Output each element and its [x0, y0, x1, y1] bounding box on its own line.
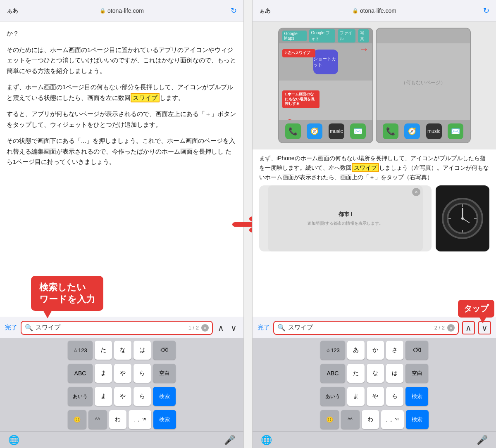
key-abc-left[interactable]: ABC [68, 364, 93, 383]
key-ma[interactable]: ま [95, 364, 112, 383]
search-query-left[interactable]: スワイプ [36, 324, 186, 332]
key-ka-right[interactable]: か [367, 341, 384, 360]
content-area-left: か？ そのためには、ホーム画面の1ページ目に置かれているアプリのアイコンやウィジ… [0, 21, 243, 317]
key-delete-left[interactable]: ⌫ [153, 341, 176, 360]
keyboard-row1: ☆123 た な は ⌫ [1, 341, 242, 360]
mic-icon-left[interactable]: 🎤 [224, 435, 235, 446]
key-na[interactable]: な [114, 341, 131, 360]
right-phone-panel: ぁあ 🔒 otona-life.com ↻ Google Maps Google… [252, 0, 496, 448]
key-ta-right[interactable]: た [347, 364, 365, 383]
key-ha[interactable]: は [134, 341, 151, 360]
key-wa[interactable]: わ [109, 410, 126, 429]
key-ha-right[interactable]: は [386, 364, 403, 383]
key-delete-right[interactable]: ⌫ [405, 341, 428, 360]
lock-icon-left: 🔒 [100, 8, 106, 14]
top-image-area: Google Maps Google フォト ファイル 写真 → 2.左へスワイ… [253, 21, 496, 149]
key-sa-right[interactable]: さ [386, 341, 403, 360]
clock-preview [436, 185, 489, 251]
search-input-box-right[interactable]: 🔍 スワイプ 2 / 2 × [273, 321, 459, 335]
keyboard-left: ☆123 た な は ⌫ ABC ま や ら 空白 あいう ま や ら 検索 🙂… [0, 338, 243, 431]
key-punct[interactable]: 、。?! [129, 410, 151, 429]
search-input-box-left[interactable]: 🔍 スワイプ 1 / 2 × [21, 321, 213, 335]
content-para5: その状態で画面下にある「...」を押しましょう。これで、ホーム画面のページを入れ… [7, 135, 237, 167]
key-ma2[interactable]: ま [95, 387, 112, 406]
key-ra-right[interactable]: ら [386, 387, 403, 406]
browser-aa-left[interactable]: ぁあ [7, 7, 23, 14]
refresh-btn-left[interactable]: ↻ [220, 6, 237, 15]
key-ya[interactable]: や [114, 364, 131, 383]
key-punct-right[interactable]: 、。?! [381, 410, 404, 429]
content-para1: か？ [7, 28, 237, 39]
keyboard-right: ☆123 あ か さ ⌫ ABC た な は 空白 あいう ま や ら 検索 🙂… [253, 338, 496, 431]
tooltip-bubble-left: 検索したい ワードを入力 [31, 276, 103, 311]
nav-up-right[interactable]: ∧ [462, 321, 475, 334]
search-bar-left: 完了 🔍 スワイプ 1 / 2 × ∧ ∨ 検索したい ワードを入力 [0, 317, 243, 338]
key-ra[interactable]: ら [134, 364, 151, 383]
bottom-image-row: × 都市 I 追加/削除する都市の情報を表示します。 [253, 185, 496, 251]
key-search-left[interactable]: 検索 [153, 387, 176, 406]
content-para4: すると、アプリが何もないページが表示されるので、画面左上にある「＋」ボタンをタッ… [7, 109, 237, 130]
key-ya-right[interactable]: や [367, 387, 384, 406]
nav-down-left[interactable]: ∨ [229, 321, 238, 334]
highlight-swipe-2: スワイプ [352, 163, 379, 172]
browser-url-right: 🔒 otona-life.com [276, 7, 473, 14]
key-kana-right[interactable]: ^^ [341, 410, 360, 429]
key-emoji-right[interactable]: 🙂 [320, 410, 339, 429]
key-aiueo-right[interactable]: あいう [320, 387, 345, 406]
widget-preview: × 都市 I 追加/削除する都市の情報を表示します。 [259, 185, 432, 251]
tap-label: タップ [458, 300, 494, 318]
done-btn-left[interactable]: 完了 [5, 324, 17, 332]
key-abc-right[interactable]: ABC [320, 364, 345, 383]
clear-btn-right[interactable]: × [447, 324, 455, 332]
keyboard-row2-right: ABC た な は 空白 [254, 364, 495, 383]
content-para2: そのためには、ホーム画面の1ページ目に置かれているアプリのアイコンやウィジェット… [7, 45, 237, 76]
key-na-right[interactable]: な [367, 364, 384, 383]
clock-face [442, 198, 483, 239]
left-phone-panel: ぁあ 🔒 otona-life.com ↻ か？ そのためには、ホーム画面の1ペ… [0, 0, 244, 448]
lock-icon-right: 🔒 [352, 8, 358, 14]
bottom-bar-left: 🌐 🎤 [0, 431, 243, 448]
globe-icon-left[interactable]: 🌐 [8, 435, 19, 446]
key-search-right2[interactable]: 検索 [406, 410, 429, 429]
key-space-right[interactable]: 空白 [405, 364, 428, 383]
search-bar-right: 完了 🔍 スワイプ 2 / 2 × ∧ ∨ タップ [253, 317, 496, 338]
search-icon-right: 🔍 [277, 324, 286, 332]
keyboard-row4: 🙂 ^^ わ 、。?! 検索 [1, 410, 242, 429]
globe-icon-right[interactable]: 🌐 [261, 435, 272, 446]
refresh-btn-right[interactable]: ↻ [473, 6, 489, 15]
keyboard-row4-right: 🙂 ^^ わ 、。?! 検索 [254, 410, 495, 429]
key-wa-right[interactable]: わ [362, 410, 379, 429]
search-count-left: 1 / 2 [188, 325, 199, 331]
key-kana-left[interactable]: ^^ [88, 410, 107, 429]
key-123-left[interactable]: ☆123 [68, 341, 93, 360]
browser-url-left: 🔒 otona-life.com [23, 7, 220, 14]
key-ta[interactable]: た [95, 341, 112, 360]
key-aiueo[interactable]: あいう [68, 387, 93, 406]
keyboard-row1-right: ☆123 あ か さ ⌫ [254, 341, 495, 360]
keyboard-row3-right: あいう ま や ら 検索 [254, 387, 495, 406]
clear-btn-left[interactable]: × [201, 324, 209, 332]
key-ra2[interactable]: ら [134, 387, 151, 406]
search-count-right: 2 / 2 [434, 325, 445, 331]
key-search-left2[interactable]: 検索 [153, 410, 176, 429]
content-para3: まず、ホーム画面の1ページ目の何もない部分を長押しして、アイコンがプルプルと震え… [7, 82, 237, 103]
highlight-swipe-1: スワイプ [131, 93, 160, 102]
key-emoji-left[interactable]: 🙂 [68, 410, 86, 429]
search-query-right[interactable]: スワイプ [288, 324, 432, 332]
nav-up-left[interactable]: ∧ [216, 321, 226, 334]
browser-aa-right[interactable]: ぁあ [259, 7, 276, 14]
nav-arrows-left: ∧ ∨ [216, 321, 238, 334]
done-btn-right[interactable]: 完了 [258, 324, 270, 332]
browser-bar-right: ぁあ 🔒 otona-life.com ↻ [253, 0, 496, 21]
key-ya2[interactable]: や [114, 387, 131, 406]
arrow-container: ➜ [244, 0, 252, 448]
key-a-right[interactable]: あ [347, 341, 365, 360]
key-space-left[interactable]: 空白 [153, 364, 176, 383]
key-ma-right[interactable]: ま [347, 387, 365, 406]
search-icon-left: 🔍 [25, 324, 33, 332]
key-search-right[interactable]: 検索 [405, 387, 428, 406]
bottom-bar-right: 🌐 🎤 [253, 431, 496, 448]
mic-icon-right[interactable]: 🎤 [477, 435, 488, 446]
key-123-right[interactable]: ☆123 [320, 341, 345, 360]
nav-arrows-right: ∧ ∨ タップ [462, 321, 491, 334]
